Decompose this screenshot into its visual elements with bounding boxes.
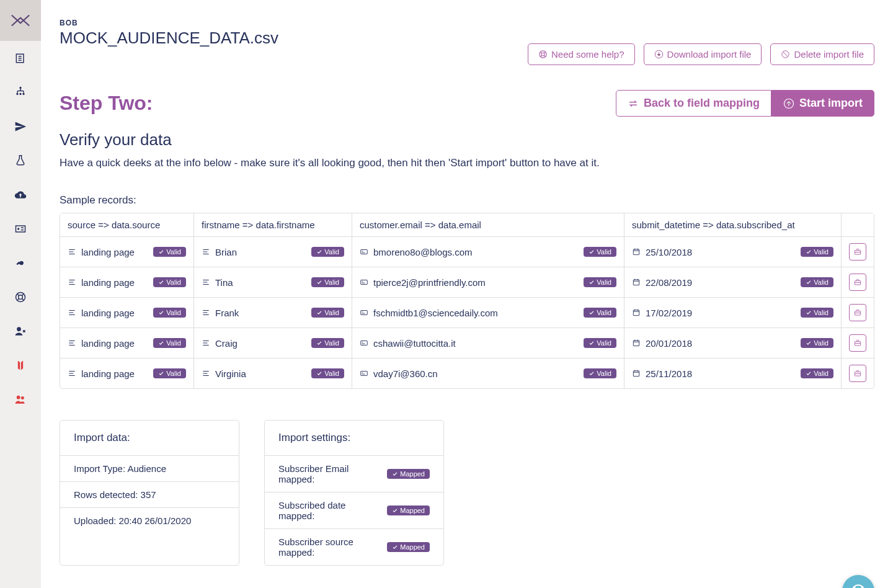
row-details-button[interactable] [849, 334, 866, 352]
nav-news[interactable] [0, 41, 41, 75]
briefcase-icon [853, 247, 862, 256]
nav-flask[interactable] [0, 143, 41, 177]
ban-icon [781, 50, 790, 59]
cell-value: vday7i@360.cn [373, 368, 438, 379]
cell-value: Frank [215, 308, 239, 318]
delete-import-button[interactable]: Delete import file [770, 43, 874, 65]
nav-id[interactable] [0, 212, 41, 246]
valid-badge: Valid [584, 247, 616, 257]
nav-user-remove[interactable] [0, 314, 41, 348]
cell-type-icon [202, 369, 210, 378]
valid-badge: Valid [584, 368, 616, 378]
row-details-button[interactable] [849, 365, 866, 382]
nav-help[interactable] [0, 280, 41, 314]
cell-type-icon [68, 278, 76, 287]
lifering-icon [538, 50, 548, 59]
source-mapped-badge: Mapped [387, 542, 430, 552]
column-header-email: customer.email => data.email [352, 213, 624, 237]
table-row: landing page ValidBrian Validbmoreno8o@b… [60, 237, 874, 267]
cell-value: 17/02/2019 [646, 308, 692, 318]
cell-value: Virginia [215, 368, 246, 379]
nav-map[interactable] [0, 348, 41, 382]
briefcase-icon [853, 278, 862, 287]
cell-value: 25/11/2018 [646, 368, 692, 379]
step-title: Step Two: [60, 92, 153, 115]
valid-badge: Valid [153, 277, 186, 287]
nav-tree[interactable] [0, 75, 41, 109]
cell-type-icon [360, 369, 368, 378]
nav-users[interactable] [0, 382, 41, 416]
logo[interactable] [0, 0, 41, 41]
download-icon [654, 50, 664, 59]
cell-value: 25/10/2018 [646, 247, 692, 257]
valid-badge: Valid [311, 277, 344, 287]
row-details-button[interactable] [849, 243, 866, 261]
email-mapped-label: Subscriber Email mapped: [278, 463, 362, 484]
cell-type-icon [632, 247, 641, 256]
start-import-button[interactable]: Start import [771, 90, 874, 117]
cell-type-icon [632, 369, 641, 378]
upload-icon [783, 98, 794, 109]
download-import-label: Download import file [667, 49, 752, 60]
verify-description: Have a quick deeks at the info below - m… [60, 157, 874, 169]
cloud-upload-icon [14, 189, 27, 201]
import-data-title: Import data: [60, 421, 239, 456]
cell-value: Craig [215, 338, 238, 349]
download-import-button[interactable]: Download import file [644, 43, 762, 65]
cell-value: 22/08/2019 [646, 277, 692, 288]
row-details-button[interactable] [849, 304, 866, 321]
nav-key[interactable] [0, 246, 41, 280]
table-row: landing page ValidTina Validtpierce2j@pr… [60, 267, 874, 298]
import-settings-title: Import settings: [265, 421, 443, 456]
cell-value: Brian [215, 247, 237, 257]
help-button[interactable]: Need some help? [528, 43, 635, 65]
cell-value: bmoreno8o@blogs.com [373, 247, 472, 257]
cell-type-icon [202, 308, 210, 317]
cell-type-icon [360, 247, 368, 256]
lifering-icon [14, 291, 27, 303]
briefcase-icon [853, 308, 862, 317]
table-row: landing page ValidFrank Validfschmidtb1@… [60, 298, 874, 328]
cell-type-icon [360, 278, 368, 287]
cell-type-icon [632, 339, 641, 347]
column-header-date: submit_datetime => data.subscribed_at [624, 213, 841, 237]
user-x-icon [14, 325, 27, 337]
cell-value: Tina [215, 277, 233, 288]
valid-badge: Valid [801, 277, 833, 287]
key-icon [14, 257, 27, 269]
footer-text: © Websand 2018 | Need some help? [41, 584, 893, 588]
back-to-mapping-button[interactable]: Back to field mapping [616, 90, 771, 117]
row-details-button[interactable] [849, 274, 866, 291]
cell-value: landing page [81, 338, 135, 349]
cell-value: landing page [81, 247, 135, 257]
nav-upload[interactable] [0, 177, 41, 212]
valid-badge: Valid [311, 247, 344, 257]
sidebar [0, 0, 41, 588]
briefcase-icon [853, 369, 862, 378]
send-icon [14, 120, 27, 133]
cell-type-icon [632, 278, 641, 287]
cell-value: landing page [81, 277, 135, 288]
cell-value: 20/01/2018 [646, 338, 692, 349]
breadcrumb[interactable]: BOB [60, 19, 278, 27]
back-to-mapping-label: Back to field mapping [644, 97, 760, 110]
nav-send[interactable] [0, 109, 41, 143]
column-header-action [841, 213, 874, 237]
column-header-firstname: firstname => data.firstname [193, 213, 352, 237]
cell-value: landing page [81, 308, 135, 318]
cell-type-icon [202, 247, 210, 256]
column-header-source: source => data.source [60, 213, 193, 237]
date-mapped-badge: Mapped [387, 506, 430, 515]
email-mapped-badge: Mapped [387, 469, 430, 479]
valid-badge: Valid [801, 338, 833, 348]
valid-badge: Valid [801, 247, 833, 257]
import-settings-card: Import settings: Subscriber Email mapped… [264, 420, 444, 566]
cell-type-icon [360, 308, 368, 317]
valid-badge: Valid [311, 368, 344, 378]
cell-value: tpierce2j@printfriendly.com [373, 277, 486, 288]
date-mapped-label: Subscribed date mapped: [278, 500, 362, 521]
cell-type-icon [68, 308, 76, 317]
flask-icon [14, 154, 27, 167]
cell-type-icon [360, 339, 368, 347]
valid-badge: Valid [153, 338, 186, 348]
